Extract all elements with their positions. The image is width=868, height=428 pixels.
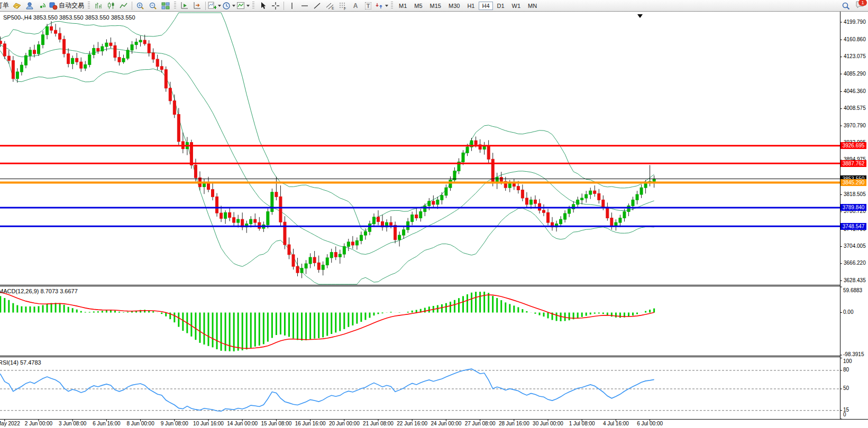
bar-chart-icon bbox=[94, 2, 103, 10]
community-icon bbox=[25, 2, 34, 10]
price-axis-tick: 4160.860 bbox=[844, 36, 866, 42]
time-axis-label: 22 Jun 16:00 bbox=[397, 421, 427, 426]
time-axis-label: 6 Jul 00:00 bbox=[637, 421, 663, 426]
price-axis-tick: 4199.790 bbox=[844, 19, 866, 25]
vertical-line-button[interactable] bbox=[286, 1, 298, 11]
periods-button[interactable] bbox=[222, 1, 235, 11]
crosshair-button[interactable] bbox=[270, 1, 281, 11]
chart-shift-icon bbox=[193, 2, 202, 10]
time-axis-label: 9 Jun 08:00 bbox=[161, 421, 188, 426]
time-axis-label: 24 Jun 00:00 bbox=[431, 421, 461, 426]
chart-shift-marker[interactable] bbox=[637, 14, 643, 18]
timeframe-w1-button[interactable]: W1 bbox=[509, 2, 524, 10]
new-order-label: 订单 bbox=[0, 1, 10, 10]
macd-axis-tick: 0.00 bbox=[843, 309, 853, 315]
time-axis-label: 20 Jun 00:00 bbox=[329, 421, 360, 426]
tile-windows-button[interactable] bbox=[160, 1, 171, 11]
auto-scroll-button[interactable] bbox=[179, 1, 190, 11]
signals-button[interactable] bbox=[36, 1, 48, 11]
chart-shift-button[interactable] bbox=[191, 1, 203, 11]
indicators-button[interactable] bbox=[208, 1, 221, 11]
chevron-down-icon bbox=[232, 5, 235, 7]
timeframe-h4-button[interactable]: H4 bbox=[479, 2, 492, 10]
deposit-button[interactable] bbox=[11, 1, 23, 11]
symbol-ohlc-header: SP500-,H4 3853.550 3853.550 3853.550 385… bbox=[3, 14, 135, 21]
price-line-badge: 3789.840 bbox=[840, 204, 866, 211]
trendline-button[interactable] bbox=[312, 1, 323, 11]
time-axis-label: 21 Jun 08:00 bbox=[363, 421, 394, 426]
macd-axis-tick: 59.6883 bbox=[843, 287, 862, 293]
toolbar-right-group: 1 bbox=[839, 1, 865, 11]
candlestick-button[interactable] bbox=[105, 1, 117, 11]
cursor-button[interactable] bbox=[257, 1, 269, 11]
fibonacci-icon: F bbox=[339, 2, 347, 10]
price-line-badge: 3926.695 bbox=[840, 142, 866, 149]
search-button[interactable] bbox=[840, 1, 852, 11]
zoom-in-button[interactable] bbox=[134, 1, 146, 11]
timeframe-group: M1M5M15M30H1H4D1W1MN bbox=[395, 2, 541, 10]
toolbar-separator bbox=[205, 2, 206, 10]
autotrade-button[interactable]: 自动交易 bbox=[49, 1, 85, 11]
price-line-badge: 3748.547 bbox=[840, 223, 866, 230]
rsi-axis-tick: 100 bbox=[843, 358, 852, 364]
new-order-button[interactable]: 订单 bbox=[0, 1, 10, 11]
autotrade-icon bbox=[49, 2, 58, 10]
zoom-in-icon bbox=[136, 2, 144, 10]
time-axis-label: 1 Jul 08:00 bbox=[569, 421, 595, 426]
tile-windows-icon bbox=[161, 2, 170, 10]
line-chart-button[interactable] bbox=[118, 1, 130, 11]
chevron-down-icon bbox=[385, 5, 388, 7]
main-toolbar: 订单 自动交易 bbox=[0, 0, 868, 12]
toolbar-grip bbox=[252, 2, 254, 10]
text-tool-button[interactable]: A bbox=[350, 1, 361, 11]
toolbar-grip bbox=[174, 2, 176, 10]
auto-scroll-icon bbox=[180, 2, 189, 10]
signal-icon bbox=[38, 2, 47, 10]
clock-icon bbox=[222, 2, 231, 10]
fibonacci-button[interactable]: F bbox=[337, 1, 349, 11]
timeframe-m1-button[interactable]: M1 bbox=[396, 2, 410, 10]
price-axis-tick: 3704.005 bbox=[844, 243, 866, 249]
time-axis-label: 6 Jun 16:00 bbox=[93, 421, 120, 426]
time-axis-label: 31 May 2022 bbox=[0, 421, 20, 426]
macd-axis-tick: -98.3915 bbox=[843, 351, 864, 357]
time-axis-label: 2 Jun 00:00 bbox=[25, 421, 52, 426]
timeframe-m5-button[interactable]: M5 bbox=[411, 2, 425, 10]
autotrade-label: 自动交易 bbox=[58, 1, 85, 10]
search-icon bbox=[842, 2, 850, 10]
price-line-badge: 3887.762 bbox=[840, 160, 866, 167]
line-chart-icon bbox=[120, 2, 128, 10]
price-axis-tick: 3818.505 bbox=[844, 191, 866, 197]
price-line-badge: 3845.290 bbox=[840, 179, 866, 186]
indicators-icon bbox=[208, 2, 216, 10]
toolbar-grip bbox=[88, 2, 90, 10]
rsi-axis-tick: 50 bbox=[843, 385, 849, 391]
timeframe-mn-button[interactable]: MN bbox=[525, 2, 540, 10]
equidistant-channel-button[interactable]: E bbox=[324, 1, 336, 11]
bar-chart-button[interactable] bbox=[93, 1, 104, 11]
price-axis-tick: 3970.790 bbox=[844, 123, 866, 128]
community-button[interactable] bbox=[24, 1, 35, 11]
equidistant-channel-icon: E bbox=[326, 2, 334, 10]
crosshair-icon bbox=[271, 2, 280, 10]
zoom-out-icon bbox=[149, 2, 157, 10]
label-tool-button[interactable]: T bbox=[362, 1, 374, 11]
chat-button[interactable]: 1 bbox=[855, 1, 865, 11]
chart-canvas[interactable] bbox=[0, 12, 868, 428]
horizontal-line-button[interactable] bbox=[299, 1, 310, 11]
chat-unread-badge: 1 bbox=[858, 0, 867, 6]
timeframe-m15-button[interactable]: M15 bbox=[427, 2, 444, 10]
macd-indicator-label: MACD(12,26,9) 8.7073 3.6677 bbox=[0, 288, 78, 294]
arrows-button[interactable] bbox=[375, 1, 388, 11]
zoom-out-button[interactable] bbox=[147, 1, 159, 11]
svg-text:E: E bbox=[332, 6, 334, 10]
time-axis-label: 8 Jun 00:00 bbox=[126, 421, 154, 426]
timeframe-m30-button[interactable]: M30 bbox=[445, 2, 463, 10]
time-axis-label: 27 Jun 08:00 bbox=[465, 421, 496, 426]
chart-window[interactable]: SP500-,H4 3853.550 3853.550 3853.550 385… bbox=[0, 12, 868, 428]
time-axis-label: 14 Jun 00:00 bbox=[227, 421, 258, 426]
templates-button[interactable] bbox=[236, 1, 250, 11]
timeframe-h1-button[interactable]: H1 bbox=[464, 2, 478, 10]
timeframe-d1-button[interactable]: D1 bbox=[494, 2, 508, 10]
toolbar-separator bbox=[284, 2, 284, 10]
